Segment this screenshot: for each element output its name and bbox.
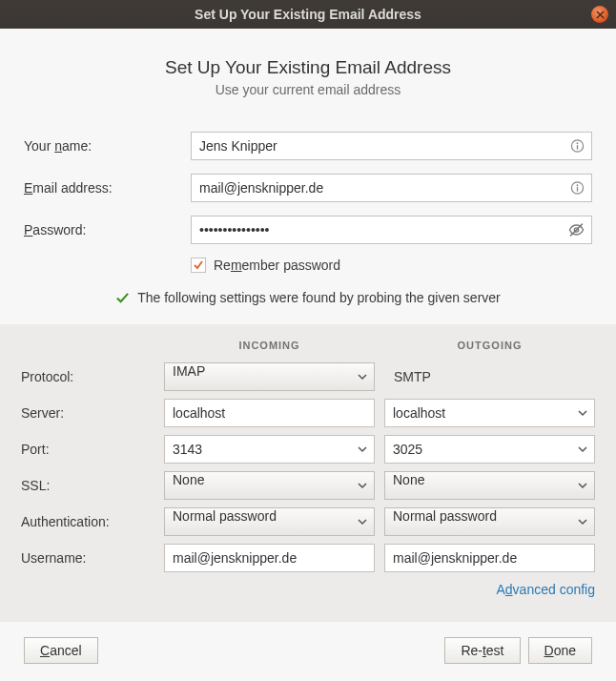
svg-point-1 (577, 142, 579, 144)
username-in-input[interactable] (164, 544, 375, 572)
protocol-label: Protocol: (21, 369, 154, 384)
auth-label: Authentication: (21, 514, 154, 529)
close-icon (596, 10, 605, 19)
name-input[interactable] (191, 132, 592, 160)
page-subtitle: Use your current email address (24, 82, 592, 97)
password-label: Password: (24, 222, 191, 237)
titlebar: Set Up Your Existing Email Address (0, 0, 616, 29)
ssl-in-select[interactable]: None (164, 471, 375, 500)
auth-out-select[interactable]: Normal password (384, 507, 595, 536)
protocol-out: SMTP (384, 362, 595, 391)
cancel-button[interactable]: Cancel (24, 637, 98, 664)
protocol-in-select[interactable]: IMAP (164, 362, 375, 391)
check-icon (115, 291, 130, 305)
status-text: The following settings were found by pro… (137, 290, 501, 305)
info-icon (570, 139, 585, 154)
username-out-input[interactable] (384, 544, 595, 572)
ssl-label: SSL: (21, 478, 154, 493)
remember-checkbox[interactable] (191, 258, 206, 273)
svg-rect-2 (577, 145, 578, 150)
done-button[interactable]: Done (528, 637, 592, 664)
outgoing-header: Outgoing (384, 340, 595, 355)
page-title: Set Up Your Existing Email Address (24, 57, 592, 78)
server-settings: Incoming Outgoing Protocol: IMAP SMTP Se… (0, 324, 616, 626)
email-input[interactable] (191, 174, 592, 202)
svg-rect-5 (577, 187, 578, 192)
port-label: Port: (21, 442, 154, 457)
server-out-input[interactable] (384, 399, 595, 427)
eye-off-icon[interactable] (568, 222, 585, 238)
incoming-header: Incoming (164, 340, 375, 355)
info-icon (570, 181, 585, 196)
server-in-input[interactable] (164, 399, 375, 427)
password-input[interactable] (191, 216, 592, 244)
svg-point-4 (577, 184, 579, 186)
username-label: Username: (21, 550, 154, 566)
server-label: Server: (21, 405, 154, 421)
window-title: Set Up Your Existing Email Address (195, 7, 421, 22)
close-button[interactable] (591, 6, 608, 23)
port-in-input[interactable] (164, 435, 375, 464)
retest-button[interactable]: Re-test (444, 637, 520, 664)
auth-in-select[interactable]: Normal password (164, 507, 375, 536)
footer: Cancel Re-test Done (0, 622, 616, 681)
name-label: Your name: (24, 138, 191, 154)
ssl-out-select[interactable]: None (384, 471, 595, 500)
port-out-input[interactable] (384, 435, 595, 464)
remember-label: Remember password (214, 258, 340, 273)
advanced-config-link[interactable]: Advanced config (496, 582, 595, 597)
email-label: Email address: (24, 180, 191, 196)
